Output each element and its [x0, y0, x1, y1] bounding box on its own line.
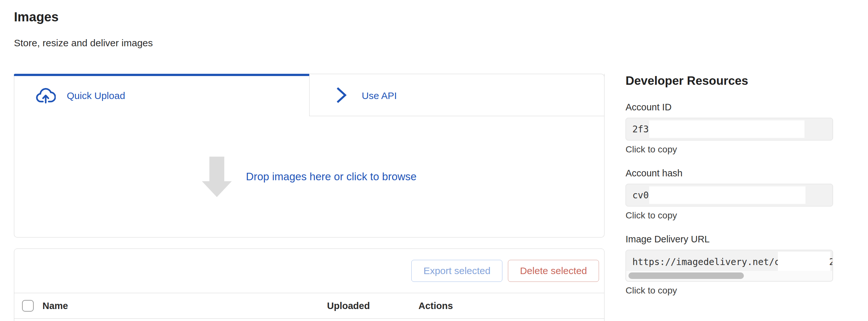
image-delivery-url-label: Image Delivery URL [625, 234, 833, 245]
horizontal-scrollbar-track[interactable] [626, 271, 832, 281]
account-id-value-box[interactable]: 2f3d [625, 118, 833, 140]
images-list-card: Export selected Delete selected Name Upl… [14, 249, 604, 321]
column-header-name: Name [42, 300, 68, 311]
account-hash-label: Account hash [625, 168, 833, 179]
image-delivery-url-field: Image Delivery URL https://imagedelivery… [625, 234, 833, 296]
image-delivery-url-value-box[interactable]: https://imagedelivery.net/cv0JS 2 [625, 250, 833, 282]
page-title: Images [14, 10, 59, 24]
developer-resources-panel: Developer Resources Account ID 2f3d Clic… [625, 74, 833, 296]
image-delivery-url-copy-hint[interactable]: Click to copy [625, 285, 833, 296]
account-hash-copy-hint[interactable]: Click to copy [625, 210, 833, 221]
column-header-actions: Actions [418, 300, 453, 311]
list-toolbar: Export selected Delete selected [14, 249, 604, 293]
page-subtitle: Store, resize and deliver images [14, 38, 153, 48]
redaction-overlay [778, 252, 830, 272]
tab-label-use-api: Use API [362, 90, 397, 101]
account-id-copy-hint[interactable]: Click to copy [625, 144, 833, 155]
dropzone-label: Drop images here or click to browse [246, 171, 416, 183]
chevron-right-icon [333, 86, 349, 105]
tab-label-quick-upload: Quick Upload [67, 90, 125, 101]
delete-selected-button[interactable]: Delete selected [508, 260, 599, 282]
redaction-overlay [649, 186, 805, 204]
column-header-uploaded: Uploaded [327, 300, 370, 311]
select-all-checkbox[interactable] [22, 300, 34, 312]
table-header-row: Name Uploaded Actions [14, 293, 604, 319]
clipped-character: 2 [829, 257, 832, 268]
account-id-field: Account ID 2f3d Click to copy [625, 102, 833, 155]
tab-quick-upload[interactable]: Quick Upload [14, 74, 310, 116]
arrow-down-icon [202, 156, 232, 197]
resources-heading: Developer Resources [625, 74, 833, 88]
account-id-label: Account ID [625, 102, 833, 113]
cloud-upload-icon [36, 87, 56, 105]
export-selected-button[interactable]: Export selected [411, 260, 502, 282]
redaction-overlay [649, 120, 804, 138]
upload-card: Quick Upload Use API Drop images here or… [14, 74, 604, 238]
active-tab-indicator [14, 74, 309, 76]
dropzone[interactable]: Drop images here or click to browse [14, 116, 604, 237]
account-hash-value-box[interactable]: cv0J [625, 184, 833, 207]
tab-use-api[interactable]: Use API [310, 74, 604, 116]
image-delivery-url-value: https://imagedelivery.net/cv0JS [632, 257, 802, 267]
account-hash-field: Account hash cv0J Click to copy [625, 168, 833, 221]
horizontal-scrollbar-thumb[interactable] [628, 273, 744, 279]
images-page: Images Store, resize and deliver images … [0, 0, 868, 321]
